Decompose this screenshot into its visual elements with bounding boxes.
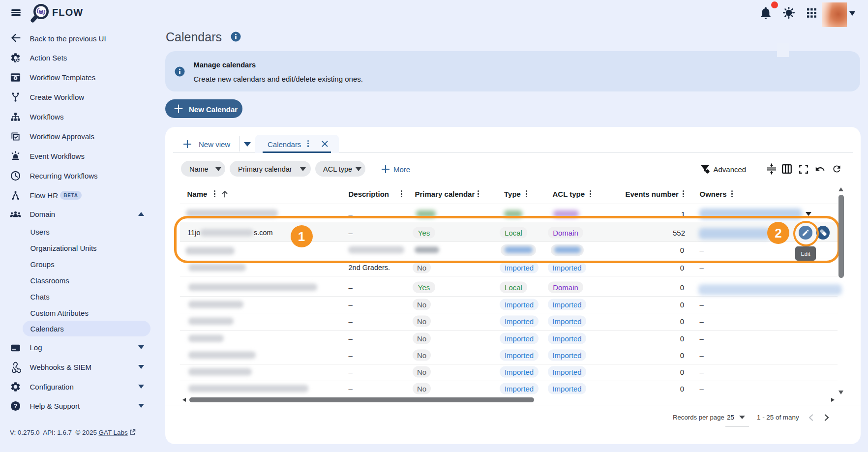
svg-text:?: ? — [14, 402, 18, 410]
